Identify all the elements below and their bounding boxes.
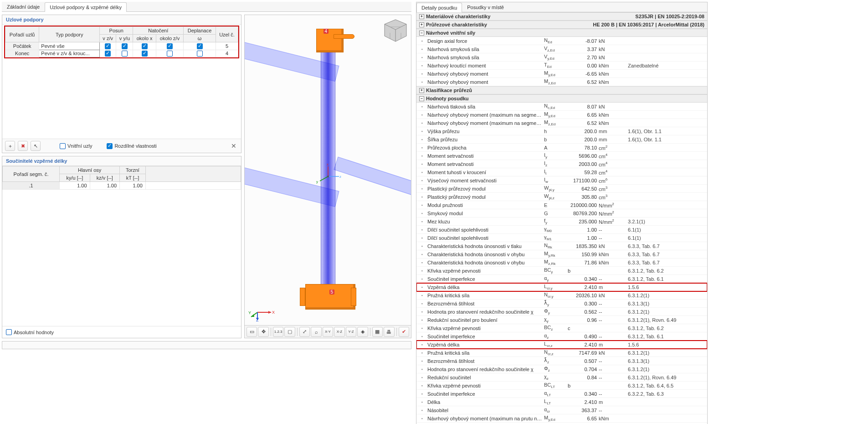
- vt-yz-icon[interactable]: Y·Z: [346, 327, 356, 337]
- result-value: 2.410: [566, 399, 599, 405]
- support-checkbox[interactable]: [197, 43, 203, 49]
- pick-button[interactable]: ↖: [31, 141, 41, 151]
- group-classification[interactable]: + Klasifikace průřezů: [416, 86, 707, 94]
- result-unit: kNm: [599, 416, 628, 421]
- result-value: 6.65: [566, 416, 599, 421]
- vt-select-icon[interactable]: ▭: [247, 327, 257, 337]
- result-row: ▪Hodnota pro stanovení redukčního součin…: [416, 308, 707, 316]
- absolute-values-checkbox[interactable]: Absolutní hodnoty: [6, 329, 54, 335]
- result-label: Redukční součinitel: [427, 375, 544, 380]
- viewport-3d[interactable]: 4 5 z x y: [244, 15, 411, 338]
- vt-label-icon[interactable]: ▢: [284, 327, 295, 337]
- group-material[interactable]: + Materiálové charakteristiky S235JR | E…: [416, 12, 707, 21]
- vt-xy-icon[interactable]: X·Y: [323, 327, 333, 337]
- result-unit: cm4: [599, 161, 628, 167]
- support-checkbox[interactable]: [197, 51, 203, 57]
- different-properties-checkbox[interactable]: Rozdílné vlastnosti: [107, 143, 156, 149]
- result-label: Vzpěrná délka: [427, 342, 544, 347]
- coeff-row[interactable]: .11.001.001.00: [3, 182, 241, 190]
- result-symbol: αy: [544, 275, 566, 282]
- steel-column: [321, 33, 335, 289]
- bottom-empty-pane: [2, 341, 411, 349]
- result-value: -8.07: [566, 38, 599, 44]
- result-unit: kN: [599, 55, 628, 60]
- result-value: 5696.00: [566, 153, 599, 159]
- inner-nodes-checkbox[interactable]: Vnitřní uzly: [60, 143, 92, 149]
- support-checkbox[interactable]: [167, 51, 173, 57]
- result-value: 200.0: [566, 129, 599, 134]
- result-label: Součinitel imperfekce: [427, 276, 544, 282]
- add-row-button[interactable]: ＋: [5, 141, 15, 151]
- result-value: 78.10: [566, 145, 599, 150]
- vt-123-icon[interactable]: 1.2.3: [273, 327, 283, 337]
- supports-row[interactable]: KonecPevné v z/v & krouc...4: [5, 50, 238, 57]
- result-value: 0.704: [566, 367, 599, 372]
- support-checkbox[interactable]: [105, 51, 111, 57]
- collapse-icon[interactable]: −: [419, 31, 424, 36]
- vt-grid-icon[interactable]: ▦: [372, 327, 383, 337]
- result-label: Smykový modul: [427, 211, 544, 216]
- close-icon[interactable]: ✕: [229, 141, 238, 150]
- result-unit: kNm: [599, 79, 628, 85]
- result-label: Pružná kritická síla: [427, 350, 544, 356]
- result-row: ▪Návrhový ohybový momentMz,Ed6.52kNm: [416, 78, 707, 86]
- support-checkbox[interactable]: [142, 51, 148, 57]
- vt-xz-icon[interactable]: X·Z: [334, 327, 344, 337]
- expand-icon[interactable]: +: [419, 14, 424, 19]
- delete-row-button[interactable]: ✖: [18, 141, 28, 151]
- result-symbol: My,Rk: [544, 251, 566, 258]
- support-checkbox[interactable]: [142, 43, 148, 49]
- result-label: Násobitel: [427, 408, 544, 413]
- result-value: 2003.00: [566, 161, 599, 167]
- result-symbol: Iy: [544, 152, 566, 159]
- result-symbol: λ̄y: [544, 300, 566, 307]
- result-label: Součinitel imperfekce: [427, 334, 544, 339]
- nav-cube[interactable]: [383, 18, 408, 43]
- result-symbol: Mz,Ed: [544, 78, 566, 85]
- supports-row[interactable]: PočátekPevné vše5: [5, 42, 238, 50]
- collapse-icon[interactable]: −: [419, 96, 424, 101]
- result-row: ▪Návrhový ohybový moment (maximum na seg…: [416, 119, 707, 127]
- expand-icon[interactable]: +: [419, 22, 424, 27]
- vt-pan-icon[interactable]: ✥: [258, 327, 268, 337]
- vt-zoomfit-icon[interactable]: ⤢: [299, 327, 310, 337]
- result-symbol: Iw: [544, 177, 566, 184]
- coeff-title: Součinitelé vzpěrné délky: [2, 156, 241, 166]
- support-type-cell[interactable]: Pevné v z/v & krouc...: [39, 50, 100, 57]
- result-unit: kN: [599, 350, 628, 356]
- result-label: Charakteristická hodnota únosnosti v ohy…: [427, 260, 544, 265]
- result-symbol: γM1: [544, 234, 566, 241]
- result-label: Moment setrvačnosti: [427, 161, 544, 167]
- group-design-forces[interactable]: − Návrhové vnitřní síly: [416, 29, 707, 37]
- result-unit: --: [599, 301, 628, 306]
- expand-icon[interactable]: +: [419, 88, 424, 93]
- group-section[interactable]: + Průřezové charakteristiky HE 200 B | E…: [416, 21, 707, 29]
- vt-zoomwin-icon[interactable]: ⌕: [311, 327, 321, 337]
- svg-line-9: [320, 176, 328, 181]
- vt-iso-icon[interactable]: ◈: [357, 327, 368, 337]
- support-checkbox[interactable]: [122, 43, 128, 49]
- vt-check-icon[interactable]: ✔: [399, 327, 409, 337]
- result-value: 171100.00: [566, 178, 599, 183]
- result-reference: 6.3.3, Tab. 6.7: [628, 252, 701, 257]
- result-reference: 6.3.2.2, Tab. 6.3: [628, 391, 701, 397]
- vt-print-icon[interactable]: 🖶: [384, 327, 394, 337]
- result-row: ▪Smykový modulG80769.200N/mm2: [416, 209, 707, 217]
- section-meta: HE 200 B | EN 10365:2017 | ArcelorMittal…: [593, 22, 704, 27]
- tab-check-details[interactable]: Detaily posudku: [416, 3, 462, 12]
- result-label: Vzpěrná délka: [427, 284, 544, 290]
- group-check-values[interactable]: − Hodnoty posudku: [416, 94, 707, 103]
- tab-basic-data[interactable]: Základní údaje: [2, 2, 45, 11]
- tab-nodal-supports[interactable]: Uzlové podpory & vzpěrné délky: [45, 2, 127, 12]
- support-checkbox[interactable]: [105, 43, 111, 49]
- support-checkbox[interactable]: [167, 43, 173, 49]
- support-checkbox[interactable]: [122, 51, 128, 57]
- result-value: 0.00: [566, 63, 599, 68]
- tab-checks-at-point[interactable]: Posudky v místě: [462, 2, 509, 12]
- result-row: ▪Moment setrvačnostiIz2003.00cm4: [416, 160, 707, 168]
- result-unit: kN: [599, 104, 628, 109]
- coeff-pane: Součinitelé vzpěrné délky Pořadí segm. č…: [2, 156, 241, 338]
- support-type-cell[interactable]: Pevné vše: [39, 42, 100, 50]
- result-label: Mez kluzu: [427, 219, 544, 224]
- result-row: ▪Křivka vzpěrné pevnostiBCyb6.3.1.2, Tab…: [416, 267, 707, 275]
